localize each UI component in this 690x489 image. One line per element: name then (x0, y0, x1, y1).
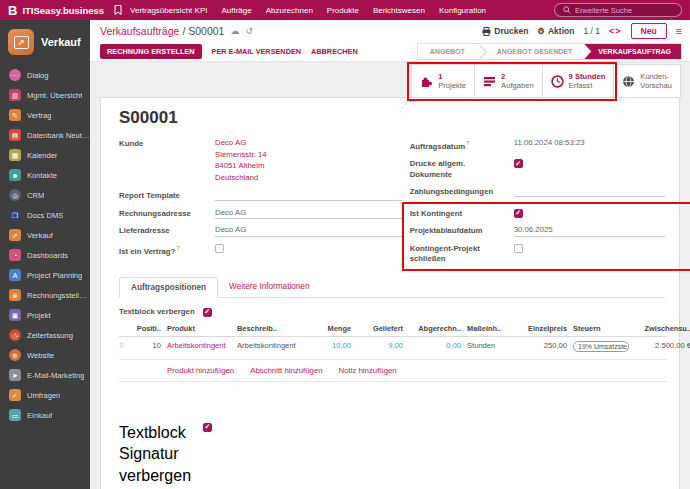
sidebar-item-mgmt-uebersicht[interactable]: ▥Mgmt. Übersicht (0, 85, 90, 105)
menu-berichtswesen[interactable]: Berichtswesen (373, 6, 425, 15)
payment-terms-field[interactable] (514, 186, 665, 197)
document-title: S00001 (119, 108, 665, 128)
close-quota-project-checkbox[interactable] (514, 244, 523, 253)
customer-preview-smart-button[interactable]: Kunden-Vorschau (613, 64, 681, 98)
pager-arrows[interactable]: <> (609, 26, 622, 36)
invoice-address-field[interactable]: Deco AG (215, 208, 402, 220)
field-label-ist-vertrag: Ist ein Vertrag?? (119, 243, 215, 257)
field-label-textblock-verbergen: Textblock verbergen (119, 307, 195, 316)
menu-konfiguration[interactable]: Konfiguration (439, 6, 486, 15)
col-geliefert[interactable]: Geliefert (357, 324, 409, 333)
sidebar-item-docs-dms[interactable]: ❐Docs DMS (0, 205, 90, 225)
action-menu-button[interactable]: ⚙ Aktion (537, 26, 574, 36)
cell-delivered[interactable]: 9,00 (357, 341, 409, 351)
tab-auftragspositionen[interactable]: Auftragspositionen (119, 277, 218, 298)
sidebar-item-datenbank-neutralisieren[interactable]: ▤Datenbank Neutralisie.. (0, 125, 90, 145)
sidebar-item-website[interactable]: ⊕Website (0, 345, 90, 365)
field-label-drucke-dokumente: Drucke allgem. Dokumente (410, 158, 490, 180)
cell-description[interactable]: Arbeitskontingent (237, 341, 317, 351)
col-masseinheit[interactable]: Maßeinh.. (467, 324, 515, 333)
sidebar-app-header[interactable]: ↗ Verkauf (0, 20, 90, 65)
status-step-verkaufsauftrag[interactable]: VERKAUFSAUFTRAG (584, 44, 681, 59)
sidebar-item-email-marketing[interactable]: ➤E-Mail-Marketing (0, 365, 90, 385)
pager-next-icon[interactable]: > (615, 26, 621, 36)
app-logo[interactable]: B (8, 3, 17, 18)
menu-auftraege[interactable]: Aufträge (221, 6, 251, 15)
create-invoice-button[interactable]: RECHNUNG ERSTELLEN (100, 44, 202, 59)
tab-weitere-informationen[interactable]: Weitere Informationen (218, 277, 320, 297)
cancel-button[interactable]: ABBRECHEN (311, 47, 358, 56)
hide-signature-textblock-checkbox[interactable] (203, 423, 212, 432)
sidebar-item-dashboards[interactable]: ◔Dashboards (0, 245, 90, 265)
control-panel: Verkaufsaufträge / S00001 ☁ ↺ Drucken ⚙ … (90, 20, 690, 42)
printer-icon (482, 27, 491, 36)
send-email-button[interactable]: PER E-MAIL VERSENDEN (212, 47, 301, 56)
search-input[interactable]: Erweiterte Suche (554, 3, 682, 17)
sidebar-item-project-planning[interactable]: AProject Planning (0, 265, 90, 285)
is-contract-checkbox[interactable] (215, 244, 224, 253)
cell-position[interactable]: 10 (133, 341, 167, 351)
project-expiry-date-field[interactable]: 30.06.2025 (514, 225, 665, 237)
col-steuern[interactable]: Steuern (573, 324, 635, 333)
is-quota-checkbox[interactable] (514, 209, 523, 218)
globe-icon: ⊕ (9, 349, 21, 361)
drag-handle-icon[interactable]: ⠿ (119, 341, 133, 350)
projects-smart-button[interactable]: 1Projekte (411, 64, 475, 98)
tasks-smart-button[interactable]: 2Aufgaben (474, 64, 543, 98)
col-zwischensumme[interactable]: Zwischensu.. (635, 324, 690, 333)
col-position[interactable]: Positi.. (133, 324, 167, 333)
col-produkt[interactable]: Produkt (167, 324, 237, 333)
sidebar-item-projekt[interactable]: ▣Projekt (0, 305, 90, 325)
menu-vertragsuebersicht-kpi[interactable]: Vertragsübersicht KPI (130, 6, 207, 15)
add-section-link[interactable]: Abschnitt hinzufügen (250, 366, 322, 375)
col-beschreibung[interactable]: Beschreib.. (237, 324, 317, 333)
sidebar-item-einkauf[interactable]: ▭Einkauf (0, 405, 90, 425)
field-label-textblock-signatur: Textblock Signatur verbergen (119, 422, 195, 487)
sidebar-item-crm[interactable]: ◎CRM (0, 185, 90, 205)
dashboard-icon: ◔ (9, 249, 21, 261)
sidebar-item-zeiterfassung[interactable]: ◷Zeiterfassung (0, 325, 90, 345)
tax-tag[interactable]: 19% Umsatzste (573, 341, 629, 352)
cell-unit-price[interactable]: 250,00 (515, 341, 573, 351)
sidebar-app-list: ⋯Dialog ▥Mgmt. Übersicht ✎Vertrag ▤Daten… (0, 65, 90, 425)
sidebar-item-vertrag[interactable]: ✎Vertrag (0, 105, 90, 125)
sidebar-item-verkauf[interactable]: ↗Verkauf (0, 225, 90, 245)
brand-name[interactable]: ITISeasy.business (22, 5, 104, 16)
col-einzelpreis[interactable]: Einzelpreis (515, 324, 573, 333)
menu-abzurechnen[interactable]: Abzurechnen (266, 6, 313, 15)
sidebar-item-umfragen[interactable]: ✓Umfragen (0, 385, 90, 405)
menu-produkte[interactable]: Produkte (327, 6, 359, 15)
order-date-field[interactable]: 11.06.2024 08:53:23 (514, 138, 665, 149)
cell-uom[interactable]: Stunden (467, 341, 515, 351)
sidebar-item-kalender[interactable]: ▦Kalender (0, 145, 90, 165)
hide-textblock-checkbox[interactable] (203, 308, 212, 317)
col-menge[interactable]: Menge (317, 324, 357, 333)
customer-field[interactable]: Deco AG Siemensstr. 14 84051 Altheim Deu… (215, 138, 402, 184)
add-note-link[interactable]: Notiz hinzufügen (339, 366, 397, 375)
new-button[interactable]: Neu (631, 23, 667, 39)
help-marker: ? (466, 140, 470, 146)
timesheet-smart-button[interactable]: 9 StundenErfasst (542, 64, 615, 98)
view-switch-icon[interactable]: ≡ (676, 25, 682, 37)
print-button[interactable]: Drucken (482, 26, 528, 36)
breadcrumb-parent[interactable]: Verkaufsaufträge (100, 25, 179, 37)
sidebar-item-rechnungsstellung[interactable]: ≣Rechnungsstellung (0, 285, 90, 305)
cell-subtotal[interactable]: 2.500,00 € (635, 341, 690, 351)
sidebar-item-kontakte[interactable]: ☻Kontakte (0, 165, 90, 185)
status-step-angebot[interactable]: ANGEBOT (418, 44, 477, 59)
cell-product[interactable]: Arbeitskontingent (167, 341, 237, 351)
add-product-link[interactable]: Produkt hinzufügen (167, 366, 234, 375)
status-step-angebot-gesendet[interactable]: ANGEBOT GESENDET (485, 44, 584, 59)
table-row[interactable]: ⠿ 10 Arbeitskontingent Arbeitskontingent… (119, 337, 667, 360)
print-documents-checkbox[interactable] (514, 159, 523, 168)
bookmark-icon[interactable] (114, 5, 122, 15)
cell-qty[interactable]: 10,00 (317, 341, 357, 351)
cell-invoiced[interactable]: 0,00 (409, 341, 467, 351)
chart-icon: ▥ (9, 89, 21, 101)
delivery-address-field[interactable]: Deco AG (215, 225, 402, 237)
save-cloud-icon[interactable]: ☁ (230, 26, 239, 36)
sidebar-item-dialog[interactable]: ⋯Dialog (0, 65, 90, 85)
report-template-field[interactable] (215, 190, 402, 201)
col-abgerechnet[interactable]: Abgerechn.. (409, 324, 467, 333)
discard-icon[interactable]: ↺ (245, 26, 253, 36)
